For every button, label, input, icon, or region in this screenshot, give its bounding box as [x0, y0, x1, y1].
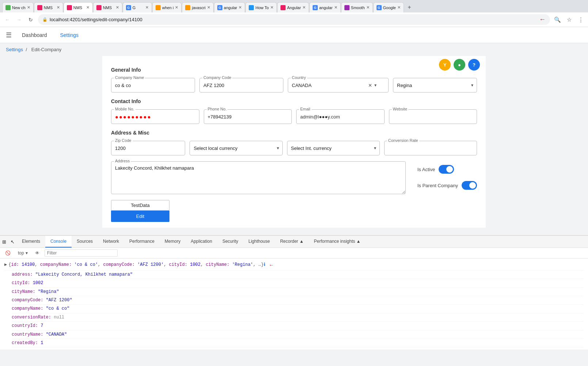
console-expand-arrow[interactable]: ▶ — [4, 261, 7, 268]
browser-chrome: New ch ✕ NMS ✕ NMS ✕ NMS ✕ G G ✕ when i … — [0, 0, 588, 27]
tab-close[interactable]: ✕ — [175, 5, 178, 10]
tab-favicon — [185, 5, 190, 10]
tab-close[interactable]: ✕ — [270, 5, 274, 10]
devtools-tab-application[interactable]: Application — [186, 236, 217, 248]
contact-info-row: Mobile No. Phone No. Email Website — [111, 109, 477, 124]
menu-icon[interactable]: ☰ — [6, 31, 12, 39]
tab-close[interactable]: ✕ — [86, 5, 89, 10]
tab-4[interactable]: NMS ✕ — [93, 2, 122, 12]
tab-favicon — [37, 5, 42, 10]
clear-console-button[interactable]: 🚫 — [3, 249, 13, 257]
tab-1[interactable]: New ch ✕ — [2, 2, 34, 12]
tab-label: javascri — [192, 5, 205, 10]
is-active-toggle[interactable] — [439, 165, 454, 174]
devtools-tab-security[interactable]: Security — [217, 236, 243, 248]
devtools-pointer-icon[interactable]: ↖ — [8, 238, 17, 246]
console-value: 1002 — [33, 279, 43, 287]
devtools-tab-network[interactable]: Network — [98, 236, 124, 248]
phone-input[interactable] — [204, 109, 292, 124]
toggles-container: Is Active Is Parent Company — [410, 161, 477, 190]
is-parent-toggle[interactable] — [462, 181, 477, 190]
mobile-input[interactable] — [111, 109, 199, 124]
tab-close[interactable]: ✕ — [334, 5, 337, 10]
address-bar-row: ← → ↻ 🔒 localhost:4201/settings/edit-com… — [0, 12, 588, 27]
tab-label: when i — [162, 5, 174, 10]
devtools-tab-recorder[interactable]: Recorder ▲ — [275, 236, 309, 248]
company-code-input[interactable] — [199, 78, 283, 93]
bookmark-icon[interactable]: ☆ — [565, 15, 573, 24]
breadcrumb: Settings / Edit-Company — [0, 43, 588, 56]
edit-button[interactable]: Edit — [111, 211, 169, 222]
search-icon[interactable]: 🔍 — [553, 15, 562, 24]
address-textarea[interactable]: Lakecity Concord, Khilkhet namapara — [111, 161, 406, 194]
tab-12[interactable]: Smooth ✕ — [341, 2, 373, 12]
website-input[interactable] — [389, 109, 477, 124]
eye-icon-button[interactable]: 👁 — [33, 249, 42, 257]
reload-button[interactable]: ↻ — [26, 15, 35, 24]
tab-close[interactable]: ✕ — [116, 5, 119, 10]
lock-icon: 🔒 — [42, 17, 47, 22]
city-select[interactable]: Regina — [393, 78, 477, 93]
tab-favicon: G — [126, 5, 131, 10]
devtools-tab-lighthouse[interactable]: Lighthouse — [243, 236, 275, 248]
general-info-row: Company Name Company Code Country CANADA… — [111, 78, 477, 93]
company-name-input[interactable] — [111, 78, 195, 93]
tab-9[interactable]: How To ✕ — [245, 2, 276, 12]
devtools-tab-performance[interactable]: Performance — [124, 236, 160, 248]
tab-3[interactable]: NMS ✕ — [64, 2, 93, 12]
tab-close[interactable]: ✕ — [207, 5, 210, 10]
address-bar[interactable]: 🔒 localhost:4201/settings/edit-company/1… — [38, 14, 550, 25]
tab-5[interactable]: G G ✕ — [123, 2, 152, 12]
country-chevron-icon[interactable]: ▾ — [374, 83, 377, 88]
tab-13[interactable]: G Google ✕ — [373, 2, 404, 12]
forward-button[interactable]: → — [15, 15, 23, 24]
country-select[interactable]: CANADA ✕ ▾ — [288, 78, 389, 93]
tab-10[interactable]: Angular ✕ — [277, 2, 309, 12]
int-currency-select[interactable]: Select Int. currency — [287, 141, 380, 155]
tab-7[interactable]: javascri ✕ — [182, 2, 213, 12]
zip-field: Zip Code — [111, 141, 185, 155]
console-key: countryId: — [12, 322, 38, 329]
tab-close[interactable]: ✕ — [238, 5, 242, 10]
console-value: "co & co" — [46, 305, 70, 312]
country-clear-icon[interactable]: ✕ — [368, 83, 372, 88]
tab-close[interactable]: ✕ — [145, 5, 149, 10]
company-name-field: Company Name — [111, 78, 195, 93]
tab-close[interactable]: ✕ — [302, 5, 306, 10]
devtools-sidebar-icon[interactable]: ⊞ — [0, 238, 8, 246]
tab-label: New ch — [12, 5, 26, 10]
devtools-tab-elements[interactable]: Elements — [17, 236, 45, 248]
console-info-icon[interactable]: ℹ — [264, 261, 266, 268]
top-level-button[interactable]: top ▾ — [16, 249, 30, 257]
avatar-3[interactable]: ? — [468, 59, 480, 71]
console-filter-input[interactable] — [45, 249, 118, 257]
nav-settings[interactable]: Settings — [57, 31, 82, 39]
test-data-button[interactable]: TestData — [111, 200, 169, 211]
conversion-rate-input[interactable] — [384, 141, 477, 155]
tab-close[interactable]: ✕ — [27, 5, 30, 10]
tab-2[interactable]: NMS ✕ — [34, 2, 63, 12]
devtools-tab-sources[interactable]: Sources — [72, 236, 98, 248]
city-field: Regina ▾ — [393, 78, 477, 93]
tab-11[interactable]: G angular ✕ — [309, 2, 341, 12]
local-currency-select[interactable]: Select local currency — [190, 141, 282, 155]
tab-close[interactable]: ✕ — [397, 5, 401, 10]
address-toggles-row: Address Lakecity Concord, Khilkhet namap… — [111, 161, 477, 194]
nav-dashboard[interactable]: Dashboard — [19, 31, 50, 39]
more-icon[interactable]: ⋮ — [576, 15, 585, 24]
devtools-tab-perf-insights[interactable]: Performance insights ▲ — [309, 236, 366, 248]
new-tab-button[interactable]: + — [404, 2, 415, 12]
devtools-tab-memory[interactable]: Memory — [160, 236, 186, 248]
devtools-tab-console[interactable]: Console — [45, 236, 72, 248]
tab-6[interactable]: when i ✕ — [152, 2, 182, 12]
tab-close[interactable]: ✕ — [57, 5, 60, 10]
avatar-1[interactable]: Y — [439, 59, 451, 71]
website-field: Website — [389, 109, 477, 124]
zip-input[interactable] — [111, 141, 185, 155]
email-input[interactable] — [296, 109, 385, 124]
breadcrumb-link-settings[interactable]: Settings — [6, 47, 23, 52]
back-button[interactable]: ← — [3, 15, 12, 24]
avatar-2[interactable]: ● — [454, 59, 465, 71]
tab-close[interactable]: ✕ — [366, 5, 370, 10]
tab-8[interactable]: G angular ✕ — [214, 2, 245, 12]
